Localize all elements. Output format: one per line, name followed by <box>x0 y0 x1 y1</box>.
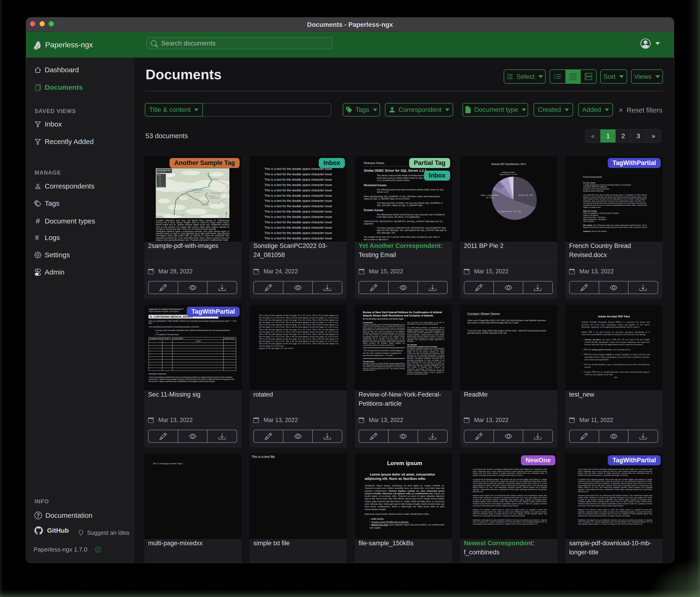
svg-text:Washington Island: Washington Island <box>209 197 219 199</box>
svg-text:Stage 1 Hypertension,: Stage 1 Hypertension, <box>480 194 499 196</box>
svg-text:Day5: Day5 <box>159 183 161 184</box>
svg-text:Day1: Day1 <box>159 176 161 177</box>
svg-text:Moab Otter Island: Moab Otter Island <box>211 192 221 194</box>
svg-text:44, 9%: 44, 9% <box>496 187 502 189</box>
svg-text:Pre-hypertension,. 212, 42%: Pre-hypertension,. 212, 42% <box>497 210 521 213</box>
svg-text:Legend: Legend <box>157 174 161 176</box>
svg-text:N: N <box>225 215 227 217</box>
svg-text:Day4: Day4 <box>159 181 161 182</box>
svg-text:Candle Island: Candle Island <box>201 205 209 206</box>
svg-text:Charles Island: Charles Island <box>176 214 184 216</box>
svg-text:Normal, 150, 30%: Normal, 150, 30% <box>518 194 533 196</box>
svg-text:Boundary Waters Trip: Boundary Waters Trip <box>157 169 171 171</box>
svg-text:Day3: Day3 <box>159 180 161 181</box>
svg-text:Gango Lake: Gango Lake <box>194 191 200 193</box>
svg-text:Hypertension,: Hypertension, <box>493 185 505 187</box>
svg-text:Stage 2: Stage 2 <box>496 183 502 185</box>
svg-text:Go skyrock BWCA: Go skyrock BWCA <box>157 171 165 172</box>
svg-text:New Found Island: New Found Island <box>193 189 203 191</box>
svg-text:Hausera Island: Hausera Island <box>210 179 219 180</box>
svg-text:Isolated Systolic: Isolated Systolic <box>502 171 515 173</box>
svg-text:Lazy Bill Island: Lazy Bill Island <box>211 202 220 204</box>
svg-text:Day6: Day6 <box>159 184 161 186</box>
svg-text:Half Day Island: Half Day Island <box>206 195 215 197</box>
svg-text:65, 13%: 65, 13% <box>486 196 493 198</box>
svg-text:Day2: Day2 <box>159 178 161 179</box>
svg-text:EntryPoint30: EntryPoint30 <box>159 186 165 187</box>
svg-text:March 2022 IBCAO: March 2022 IBCAO <box>157 217 164 218</box>
svg-text:Hypertension, 31, 6%: Hypertension, 31, 6% <box>500 173 518 175</box>
svg-text:Google Earth: Google Earth <box>157 213 171 215</box>
